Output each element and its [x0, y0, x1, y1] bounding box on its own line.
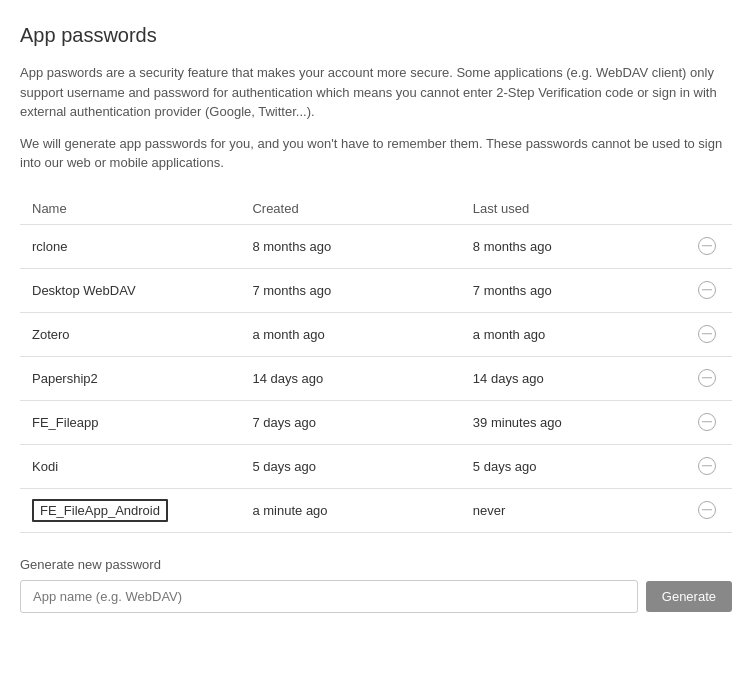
cell-action: [681, 444, 732, 488]
cell-created: 8 months ago: [240, 224, 460, 268]
cell-created: a minute ago: [240, 488, 460, 532]
cell-created: 5 days ago: [240, 444, 460, 488]
cell-created: 14 days ago: [240, 356, 460, 400]
cell-last-used: 14 days ago: [461, 356, 681, 400]
minus-circle-icon: [698, 501, 716, 519]
cell-last-used: 7 months ago: [461, 268, 681, 312]
cell-action: [681, 356, 732, 400]
delete-button[interactable]: [696, 411, 718, 433]
cell-action: [681, 400, 732, 444]
cell-name: Kodi: [20, 444, 240, 488]
highlighted-name: FE_FileApp_Android: [32, 499, 168, 522]
cell-name: FE_Fileapp: [20, 400, 240, 444]
delete-button[interactable]: [696, 455, 718, 477]
table-row: Papership214 days ago14 days ago: [20, 356, 732, 400]
table-row: rclone8 months ago8 months ago: [20, 224, 732, 268]
cell-created: 7 days ago: [240, 400, 460, 444]
generate-row: Generate: [20, 580, 732, 613]
cell-last-used: 39 minutes ago: [461, 400, 681, 444]
generate-section: Generate new password Generate: [20, 557, 732, 613]
generate-label: Generate new password: [20, 557, 732, 572]
minus-circle-icon: [698, 281, 716, 299]
delete-button[interactable]: [696, 367, 718, 389]
cell-action: [681, 268, 732, 312]
cell-name: Zotero: [20, 312, 240, 356]
cell-action: [681, 312, 732, 356]
cell-last-used: a month ago: [461, 312, 681, 356]
col-header-last-used: Last used: [461, 193, 681, 225]
minus-circle-icon: [698, 413, 716, 431]
table-row: FE_FileApp_Androida minute agonever: [20, 488, 732, 532]
cell-action: [681, 224, 732, 268]
col-header-created: Created: [240, 193, 460, 225]
cell-action: [681, 488, 732, 532]
minus-circle-icon: [698, 369, 716, 387]
generate-button[interactable]: Generate: [646, 581, 732, 612]
cell-name: Papership2: [20, 356, 240, 400]
table-row: Zoteroa month agoa month ago: [20, 312, 732, 356]
delete-button[interactable]: [696, 235, 718, 257]
delete-button[interactable]: [696, 279, 718, 301]
cell-name: Desktop WebDAV: [20, 268, 240, 312]
minus-circle-icon: [698, 325, 716, 343]
cell-name: FE_FileApp_Android: [20, 488, 240, 532]
table-row: Desktop WebDAV7 months ago7 months ago: [20, 268, 732, 312]
table-row: FE_Fileapp7 days ago39 minutes ago: [20, 400, 732, 444]
cell-created: 7 months ago: [240, 268, 460, 312]
cell-last-used: never: [461, 488, 681, 532]
app-passwords-table: Name Created Last used rclone8 months ag…: [20, 193, 732, 533]
col-header-action: [681, 193, 732, 225]
delete-button[interactable]: [696, 323, 718, 345]
minus-circle-icon: [698, 237, 716, 255]
cell-name: rclone: [20, 224, 240, 268]
col-header-name: Name: [20, 193, 240, 225]
page-title: App passwords: [20, 24, 732, 47]
description-2: We will generate app passwords for you, …: [20, 134, 732, 173]
description-1: App paswords are a security feature that…: [20, 63, 732, 122]
cell-last-used: 8 months ago: [461, 224, 681, 268]
delete-button[interactable]: [696, 499, 718, 521]
minus-circle-icon: [698, 457, 716, 475]
table-row: Kodi5 days ago5 days ago: [20, 444, 732, 488]
table-header-row: Name Created Last used: [20, 193, 732, 225]
cell-last-used: 5 days ago: [461, 444, 681, 488]
cell-created: a month ago: [240, 312, 460, 356]
app-name-input[interactable]: [20, 580, 638, 613]
